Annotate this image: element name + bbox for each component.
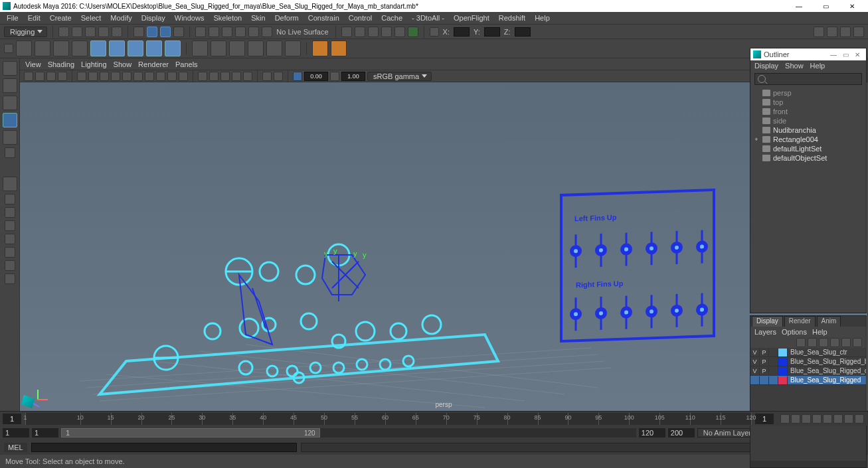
snap-curve-icon[interactable] xyxy=(209,27,219,37)
history-icon[interactable] xyxy=(341,27,352,37)
snap-point-icon[interactable] xyxy=(222,27,232,37)
outliner-node[interactable]: top xyxy=(753,98,863,107)
snap-plane-icon[interactable] xyxy=(235,27,246,37)
shelf-icon-15[interactable] xyxy=(285,40,301,56)
pt-icon[interactable] xyxy=(232,72,241,81)
shelf-icon-16[interactable] xyxy=(312,40,328,56)
outliner-search-input[interactable] xyxy=(754,73,862,85)
select-by-object-icon[interactable] xyxy=(133,27,144,37)
shelf-icon-8[interactable] xyxy=(146,40,162,56)
pt-icon[interactable] xyxy=(198,72,207,81)
play-forward-icon[interactable] xyxy=(823,414,832,424)
range-outer-start-input[interactable]: 1 xyxy=(3,428,29,437)
menu-create[interactable]: Create xyxy=(46,13,76,23)
menu-help[interactable]: Help xyxy=(531,13,554,23)
menu-openflight[interactable]: OpenFlight xyxy=(450,13,493,23)
coord-x-input[interactable] xyxy=(454,27,470,37)
range-start-input[interactable]: 1 xyxy=(32,428,58,437)
outliner-menu-display[interactable]: Display xyxy=(754,62,778,70)
layer-tab-anim[interactable]: Anim xyxy=(817,316,841,327)
go-to-start-icon[interactable] xyxy=(780,414,790,424)
render-settings-icon[interactable] xyxy=(381,27,392,37)
xyz-mode-icon[interactable] xyxy=(430,27,439,37)
shelf-icon-1[interactable] xyxy=(16,40,32,56)
gamma-input[interactable]: 1.00 xyxy=(341,72,365,81)
layout-two-h-icon[interactable] xyxy=(5,220,15,231)
pt-icon[interactable] xyxy=(243,72,252,81)
time-slider[interactable]: 1 11015202530354045505560657075808590951… xyxy=(0,411,868,426)
layout-single-icon[interactable] xyxy=(5,194,15,204)
expand-icon[interactable]: + xyxy=(753,136,760,143)
shelf-icon-13[interactable] xyxy=(248,40,264,56)
layer-menu-help[interactable]: Help xyxy=(812,328,827,336)
pt-icon[interactable] xyxy=(330,72,339,81)
pt-icon[interactable] xyxy=(88,72,98,81)
pt-icon[interactable] xyxy=(122,72,131,81)
layer-type-toggle[interactable] xyxy=(769,376,778,384)
layer-tab-render[interactable]: Render xyxy=(784,316,816,327)
layer-icon[interactable] xyxy=(841,338,851,347)
make-live-icon[interactable] xyxy=(262,27,272,37)
ipr-render-icon[interactable] xyxy=(368,27,379,37)
range-end-input[interactable]: 120 xyxy=(639,428,665,437)
pt-icon[interactable] xyxy=(77,72,86,81)
outliner-maximize-button[interactable]: ▭ xyxy=(839,50,851,59)
time-current-input[interactable]: 1 xyxy=(755,414,774,424)
pt-icon[interactable] xyxy=(179,72,188,81)
layer-menu-layers[interactable]: Layers xyxy=(754,328,776,336)
layer-color-swatch[interactable] xyxy=(778,376,788,384)
last-tool-icon[interactable] xyxy=(3,177,17,191)
panel-menu-show[interactable]: Show xyxy=(114,60,132,68)
pt-icon[interactable] xyxy=(220,72,230,81)
layer-icon[interactable] xyxy=(796,338,806,347)
outliner-node[interactable]: +Rectangle004 xyxy=(753,135,863,144)
layer-playback-toggle[interactable]: P xyxy=(760,349,769,356)
open-scene-icon[interactable] xyxy=(72,27,82,37)
layer-visible-toggle[interactable]: V xyxy=(750,367,760,375)
select-by-hierarchy-icon[interactable] xyxy=(160,27,171,37)
snap-live-icon[interactable] xyxy=(248,27,259,37)
pt-icon[interactable] xyxy=(46,72,56,81)
pt-icon[interactable] xyxy=(274,72,283,81)
layout-two-v-icon[interactable] xyxy=(5,234,15,244)
cmd-lang-label[interactable]: MEL xyxy=(4,443,27,452)
coord-y-input[interactable] xyxy=(484,27,500,37)
layer-type-toggle[interactable] xyxy=(769,358,778,366)
layer-icon[interactable] xyxy=(830,338,839,347)
select-tool-icon[interactable] xyxy=(3,61,17,76)
panel-menu-shading[interactable]: Shading xyxy=(48,60,74,68)
panel-menu-renderer[interactable]: Renderer xyxy=(138,60,169,68)
range-outer-end-input[interactable]: 200 xyxy=(668,428,695,437)
outliner-node[interactable]: Nudibranchia xyxy=(753,125,863,135)
shelf-tab-toggle-icon[interactable] xyxy=(4,44,13,53)
pt-icon[interactable] xyxy=(133,72,143,81)
time-start-input[interactable]: 1 xyxy=(3,414,21,424)
workspace-mode-dropdown[interactable]: Rigging xyxy=(4,27,47,37)
shelf-icon-3[interactable] xyxy=(53,40,69,56)
layer-playback-toggle[interactable] xyxy=(760,376,769,384)
shelf-icon-14[interactable] xyxy=(266,40,282,56)
lasso-tool-icon[interactable] xyxy=(3,78,17,93)
shelf-icon-5[interactable] xyxy=(90,40,106,56)
play-back-icon[interactable] xyxy=(812,414,822,424)
range-bar[interactable]: 1 120 xyxy=(61,428,320,437)
pt-icon[interactable] xyxy=(100,72,109,81)
panel-layout-3-icon[interactable] xyxy=(840,27,851,37)
render-view-icon[interactable] xyxy=(394,27,405,37)
layer-visible-toggle[interactable] xyxy=(750,376,760,384)
pt-icon[interactable] xyxy=(58,72,67,81)
pt-icon[interactable] xyxy=(167,72,177,81)
time-track[interactable]: 1101520253035404550556065707580859095100… xyxy=(25,413,751,425)
step-forward-frame-icon[interactable] xyxy=(833,414,843,424)
layer-color-swatch[interactable] xyxy=(778,358,788,366)
panel-menu-lighting[interactable]: Lighting xyxy=(81,60,107,68)
shelf-icon-7[interactable] xyxy=(128,40,143,56)
shelf-icon-4[interactable] xyxy=(72,40,88,56)
menu-modify[interactable]: Modify xyxy=(106,13,135,23)
layout-outliner-icon[interactable] xyxy=(5,260,15,271)
shelf-icon-2[interactable] xyxy=(35,40,50,56)
menu-select[interactable]: Select xyxy=(77,13,106,23)
layer-icon[interactable] xyxy=(853,338,862,347)
menu-redshift[interactable]: Redshift xyxy=(495,13,529,23)
outliner-node[interactable]: defaultLightSet xyxy=(753,144,863,153)
